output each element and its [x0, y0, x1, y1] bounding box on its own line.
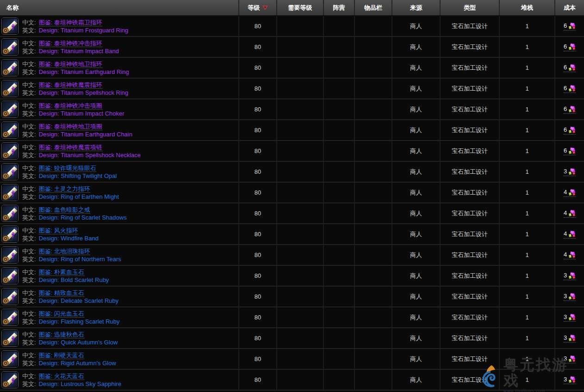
- design-scroll-icon[interactable]: [1, 246, 19, 263]
- item-link-en[interactable]: Design: Ring of Northern Tears: [39, 256, 121, 263]
- item-link-en[interactable]: Design: Ring of Scarlet Shadows: [39, 214, 127, 221]
- level-cell: 80: [238, 307, 276, 327]
- item-link-en[interactable]: Design: Titanium Earthguard Ring: [39, 68, 129, 75]
- item-link-en[interactable]: Design: Bold Scarlet Ruby: [39, 276, 109, 283]
- column-header-source[interactable]: 来源: [391, 0, 440, 15]
- design-scroll-icon[interactable]: [1, 350, 19, 368]
- item-link-en[interactable]: Design: Ring of Earthen Might: [39, 193, 119, 200]
- cost-link[interactable]: 3: [564, 293, 576, 301]
- token-gem-icon: [568, 43, 576, 50]
- table-body: 中文:图鉴: 泰坦神铁霜卫指环 英文:Design: Titanium Fros…: [0, 15, 584, 391]
- design-scroll-icon[interactable]: [1, 163, 19, 180]
- req-level-cell: [276, 370, 323, 390]
- faction-cell: [323, 99, 354, 119]
- column-header-level[interactable]: 等级: [238, 0, 276, 15]
- item-link-cn[interactable]: 图鉴: 泰坦神铁霜卫指环: [39, 19, 102, 26]
- cn-label: 中文:: [22, 206, 36, 213]
- design-scroll-icon[interactable]: [1, 122, 19, 139]
- item-link-cn[interactable]: 图鉴: 血色暗影之戒: [39, 206, 90, 214]
- cost-link[interactable]: 3: [564, 272, 576, 280]
- column-header-cost[interactable]: 成本: [554, 0, 584, 15]
- item-link-en[interactable]: Design: Titanium Earthguard Chain: [39, 131, 132, 138]
- type-cell: 宝石加工设计: [440, 224, 499, 244]
- column-header-type[interactable]: 类型: [440, 0, 499, 15]
- en-label: 英文:: [22, 276, 36, 283]
- cost-link[interactable]: 3: [564, 334, 576, 343]
- cost-link[interactable]: 4: [564, 189, 576, 197]
- item-link-en[interactable]: Design: Titanium Spellshock Ring: [39, 89, 129, 96]
- item-link-en[interactable]: Design: Titanium Impact Choker: [39, 110, 124, 117]
- item-link-cn[interactable]: 图鉴: 泰坦神铁冲击项圈: [39, 102, 102, 110]
- cost-link[interactable]: 3: [564, 355, 576, 363]
- item-link-cn[interactable]: 图鉴: 闪光血玉石: [39, 310, 84, 318]
- design-scroll-icon[interactable]: [1, 80, 19, 97]
- item-link-cn[interactable]: 图鉴: 泰坦神铁地卫项圈: [39, 123, 102, 130]
- cost-link[interactable]: 3: [564, 376, 576, 384]
- item-link-cn[interactable]: 图鉴: 泰坦神铁魔震项链: [39, 144, 102, 151]
- design-scroll-icon[interactable]: [1, 371, 19, 388]
- design-scroll-icon[interactable]: [1, 184, 19, 201]
- design-scroll-icon[interactable]: [1, 309, 19, 326]
- cost-link[interactable]: 3: [564, 313, 576, 322]
- item-link-cn[interactable]: 图鉴: 北地泪珠指环: [39, 248, 90, 255]
- source-cell: 商人: [391, 349, 440, 369]
- type-cell: 宝石加工设计: [440, 203, 499, 223]
- design-scroll-icon[interactable]: [1, 142, 19, 159]
- design-scroll-icon[interactable]: [1, 288, 19, 305]
- cost-link[interactable]: 3: [564, 168, 576, 176]
- item-link-en[interactable]: Design: Shifting Twilight Opal: [39, 172, 117, 179]
- token-gem-icon: [568, 126, 576, 134]
- column-header-slot[interactable]: 物品栏: [354, 0, 391, 15]
- item-link-cn[interactable]: 图鉴: 狡诈曙光猫眼石: [39, 165, 96, 172]
- item-link-cn[interactable]: 图鉴: 精致血玉石: [39, 289, 84, 297]
- item-link-cn[interactable]: 图鉴: 泰坦神铁地卫指环: [39, 61, 102, 68]
- column-header-stack[interactable]: 堆栈: [499, 0, 554, 15]
- item-link-en[interactable]: Design: Titanium Frostguard Ring: [39, 27, 129, 34]
- cost-link[interactable]: 4: [564, 230, 576, 239]
- token-gem-icon: [568, 168, 576, 175]
- item-link-en[interactable]: Design: Rigid Autumn's Glow: [39, 360, 116, 367]
- item-link-cn[interactable]: 图鉴: 土灵之力指环: [39, 185, 90, 193]
- column-header-faction[interactable]: 阵营: [323, 0, 354, 15]
- item-link-en[interactable]: Design: Titanium Impact Band: [39, 48, 119, 55]
- design-scroll-icon[interactable]: [1, 101, 19, 118]
- cost-link[interactable]: 6: [564, 22, 576, 31]
- cost-link[interactable]: 6: [564, 126, 576, 135]
- cost-cell: 6: [554, 120, 584, 140]
- cost-link[interactable]: 4: [564, 209, 576, 218]
- item-link-en[interactable]: Design: Lustrous Sky Sapphire: [39, 380, 121, 387]
- item-link-en[interactable]: Design: Windfire Band: [39, 235, 99, 242]
- faction-cell: [323, 245, 354, 265]
- level-cell: 80: [238, 16, 276, 36]
- item-link-en[interactable]: Design: Titanium Spellshock Necklace: [39, 152, 141, 159]
- item-link-cn[interactable]: 图鉴: 刚硬天蓝石: [39, 352, 84, 359]
- name-cell: 中文:图鉴: 泰坦神铁魔震项链 英文:Design: Titanium Spel…: [0, 141, 238, 161]
- item-link-en[interactable]: Design: Flashing Scarlet Ruby: [39, 318, 120, 325]
- design-scroll-icon[interactable]: [1, 226, 19, 243]
- cost-link[interactable]: 6: [564, 85, 576, 93]
- name-cell: 中文:图鉴: 泰坦神铁地卫指环 英文:Design: Titanium Eart…: [0, 58, 238, 78]
- cost-link[interactable]: 6: [564, 64, 576, 72]
- cost-link[interactable]: 4: [564, 251, 576, 259]
- column-header-name[interactable]: 名称: [0, 0, 238, 15]
- item-link-cn[interactable]: 图鉴: 风火指环: [39, 227, 78, 234]
- design-scroll-icon[interactable]: [1, 38, 19, 55]
- item-link-en[interactable]: Design: Delicate Scarlet Ruby: [39, 297, 119, 304]
- cost-link[interactable]: 6: [564, 43, 576, 51]
- design-scroll-icon[interactable]: [1, 205, 19, 222]
- item-link-cn[interactable]: 图鉴: 迅捷秋色石: [39, 331, 84, 338]
- design-scroll-icon[interactable]: [1, 59, 19, 76]
- item-link-cn[interactable]: 图鉴: 火花天蓝石: [39, 373, 84, 380]
- cost-link[interactable]: 6: [564, 147, 576, 155]
- column-header-req-level[interactable]: 需要等级: [276, 0, 323, 15]
- design-scroll-icon[interactable]: [1, 267, 19, 284]
- design-scroll-icon[interactable]: [1, 18, 19, 35]
- item-link-cn[interactable]: 图鉴: 泰坦神铁魔震指环: [39, 81, 102, 89]
- item-link-en[interactable]: Design: Quick Autumn's Glow: [39, 339, 118, 346]
- table-row: 中文:图鉴: 泰坦神铁魔震项链 英文:Design: Titanium Spel…: [0, 141, 584, 162]
- token-gem-icon: [568, 85, 576, 92]
- cost-link[interactable]: 6: [564, 105, 576, 114]
- item-link-cn[interactable]: 图鉴: 泰坦神铁冲击指环: [39, 40, 102, 47]
- item-link-cn[interactable]: 图鉴: 朴素血玉石: [39, 269, 84, 276]
- design-scroll-icon[interactable]: [1, 330, 19, 347]
